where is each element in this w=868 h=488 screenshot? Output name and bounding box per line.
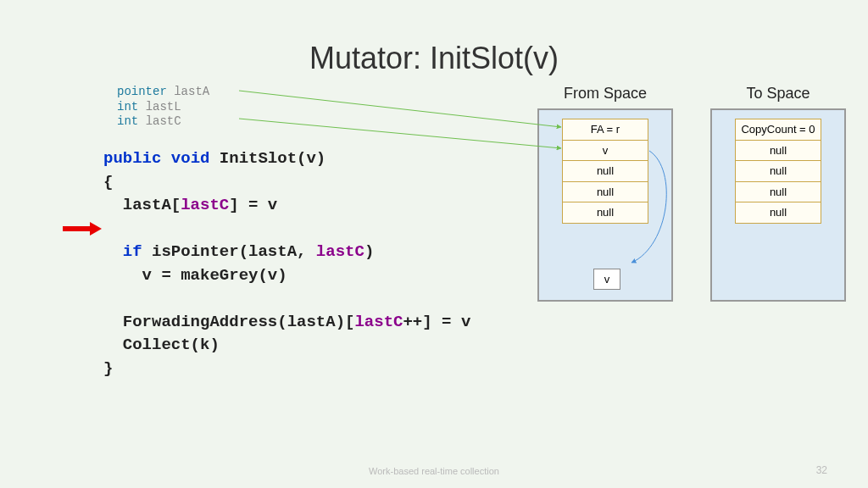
method-name: InitSlot(v) bbox=[220, 149, 326, 168]
cell: v bbox=[563, 141, 648, 162]
execution-pointer-icon bbox=[61, 220, 102, 237]
var-type: int bbox=[117, 100, 138, 114]
cell: null bbox=[563, 202, 648, 223]
cell: null bbox=[563, 182, 648, 203]
code-text: ] = v bbox=[229, 196, 277, 214]
var-type: pointer bbox=[117, 85, 167, 98]
to-space-box: CopyCount = 0 null null null null bbox=[710, 108, 846, 302]
var-name: lastC bbox=[146, 114, 181, 128]
cell: null bbox=[736, 182, 821, 203]
var-type: int bbox=[117, 114, 138, 128]
code-text: Collect(k) bbox=[103, 336, 220, 354]
cell: FA = r bbox=[563, 119, 648, 141]
identifier: lastC bbox=[354, 313, 403, 331]
code-text: v = makeGrey(v) bbox=[103, 266, 287, 285]
slide-title: Mutator: InitSlot(v) bbox=[0, 0, 868, 85]
code-text: ForwadingAddress(lastA)[ bbox=[103, 313, 354, 331]
from-space-box: FA = r v null null null v bbox=[537, 108, 673, 302]
keyword: public bbox=[103, 149, 161, 168]
from-space-cells: FA = r v null null null bbox=[562, 119, 648, 224]
keyword: void bbox=[171, 149, 210, 168]
value-box: v bbox=[593, 269, 620, 290]
pointer-arrow-lastA bbox=[239, 91, 561, 127]
var-declarations: pointer lastA int lastL int lastC bbox=[117, 85, 209, 130]
cell: CopyCount = 0 bbox=[736, 119, 821, 141]
brace: { bbox=[103, 173, 113, 191]
cell: null bbox=[563, 161, 648, 182]
to-space-label: To Space bbox=[710, 85, 846, 103]
code-text: lastA[ bbox=[103, 196, 181, 214]
svg-marker-1 bbox=[90, 222, 102, 236]
pointer-arrow-lastC bbox=[239, 119, 561, 148]
code-text: ) bbox=[364, 242, 374, 261]
keyword: if bbox=[123, 242, 142, 261]
var-name: lastL bbox=[146, 100, 181, 114]
cell: null bbox=[736, 141, 821, 162]
identifier: lastC bbox=[316, 242, 364, 261]
var-name: lastA bbox=[174, 85, 209, 98]
footer-text: Work-based real-time collection bbox=[0, 466, 868, 476]
code-block: public void InitSlot(v) { lastA[lastC] =… bbox=[103, 147, 470, 380]
to-space-cells: CopyCount = 0 null null null null bbox=[735, 119, 821, 224]
cell: null bbox=[736, 202, 821, 223]
code-text: ++] = v bbox=[403, 313, 470, 331]
brace: } bbox=[103, 359, 113, 378]
from-space-label: From Space bbox=[537, 85, 673, 103]
identifier: lastC bbox=[181, 196, 229, 214]
cell: null bbox=[736, 161, 821, 182]
page-number: 32 bbox=[816, 464, 827, 476]
code-text: isPointer(lastA, bbox=[142, 242, 316, 261]
